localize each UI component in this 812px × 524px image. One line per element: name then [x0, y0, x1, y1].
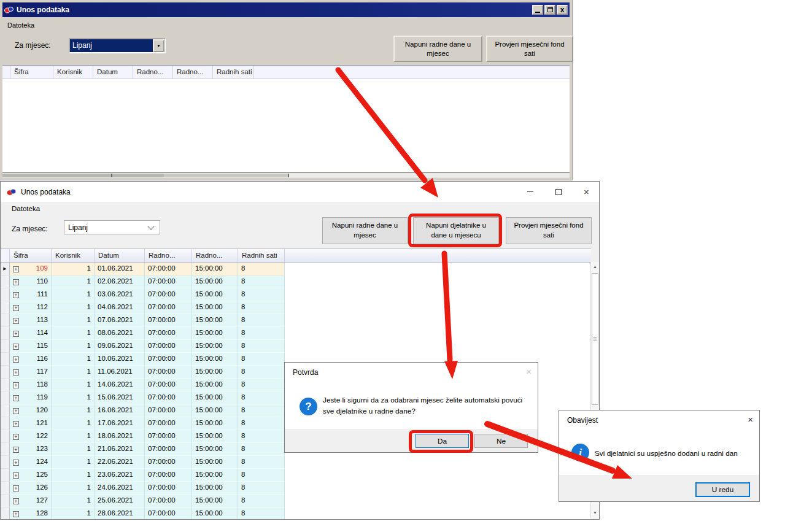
month-combobox-modern[interactable]: Lipanj [64, 220, 160, 234]
cell-korisnik[interactable]: 1 [52, 314, 95, 327]
check-monthly-hours-button[interactable]: Provjeri mjesečni fond sati [506, 217, 592, 244]
scrollbar-down-arrow-icon[interactable]: ▼ [591, 508, 599, 517]
column-header-0[interactable]: Šifra [10, 249, 52, 262]
table-row[interactable]: +113107.06.202107:00:0015:00:008 [1, 314, 591, 327]
column-header-4[interactable]: Radno... [192, 249, 238, 262]
row-selector[interactable] [1, 443, 10, 456]
cell-korisnik[interactable]: 1 [52, 301, 95, 314]
cell-radnih-sati[interactable]: 8 [238, 391, 285, 404]
cell-datum[interactable]: 28.06.2021 [95, 507, 145, 519]
cell-radnih-sati[interactable]: 8 [238, 263, 285, 275]
check-monthly-hours-button-classic[interactable]: Provjeri mjesečni fond sati [486, 36, 573, 62]
cell-datum[interactable]: 03.06.2021 [95, 288, 145, 301]
menu-datoteka[interactable]: Datoteka [1, 203, 46, 214]
cell-radnih-sati[interactable]: 8 [238, 314, 285, 327]
cell-radno-do[interactable]: 15:00:00 [192, 456, 238, 469]
modern-titlebar[interactable]: Unos podataka × [1, 182, 599, 202]
table-row[interactable]: +125123.06.202107:00:0015:00:008 [1, 469, 591, 482]
cell-radnih-sati[interactable]: 8 [238, 353, 285, 366]
cell-korisnik[interactable]: 1 [52, 417, 95, 430]
cell-sifra[interactable]: +115 [10, 340, 52, 353]
row-selector[interactable] [1, 301, 10, 314]
cell-radno-do[interactable]: 15:00:00 [192, 263, 238, 275]
expand-icon[interactable]: + [13, 421, 19, 427]
cell-radno-od[interactable]: 07:00:00 [145, 263, 192, 275]
expand-icon[interactable]: + [13, 395, 19, 401]
table-row[interactable]: +115109.06.202107:00:0015:00:008 [1, 340, 591, 353]
cell-radno-od[interactable]: 07:00:00 [145, 327, 192, 340]
cell-sifra[interactable]: +116 [10, 353, 52, 366]
yes-button[interactable]: Da [416, 434, 469, 448]
cell-datum[interactable]: 17.06.2021 [95, 417, 145, 430]
row-selector[interactable] [1, 507, 10, 519]
classic-minimize-button[interactable] [532, 5, 543, 15]
cell-radno-od[interactable]: 07:00:00 [145, 417, 192, 430]
cell-radno-do[interactable]: 15:00:00 [192, 340, 238, 353]
cell-radno-do[interactable]: 15:00:00 [192, 430, 238, 443]
cell-radno-do[interactable]: 15:00:00 [192, 404, 238, 417]
table-row[interactable]: +112104.06.202107:00:0015:00:008 [1, 301, 591, 314]
cell-korisnik[interactable]: 1 [52, 327, 95, 340]
row-selector[interactable] [1, 456, 10, 469]
cell-radno-do[interactable]: 15:00:00 [192, 353, 238, 366]
cell-sifra[interactable]: +121 [10, 417, 52, 430]
row-selector[interactable]: ▶ [1, 263, 10, 275]
cell-radno-od[interactable]: 07:00:00 [145, 456, 192, 469]
cell-sifra[interactable]: +118 [10, 379, 52, 391]
modern-close-button[interactable]: × [573, 182, 600, 202]
close-icon[interactable]: × [526, 366, 532, 377]
cell-datum[interactable]: 08.06.2021 [95, 327, 145, 340]
cell-radno-do[interactable]: 15:00:00 [192, 495, 238, 507]
column-header-3[interactable]: Radno... [145, 249, 192, 262]
classic-datagrid[interactable]: ŠifraKorisnikDatumRadno...Radno...Radnih… [2, 65, 570, 172]
cell-radnih-sati[interactable]: 8 [238, 430, 285, 443]
table-row[interactable]: +111103.06.202107:00:0015:00:008 [1, 288, 591, 301]
cell-radnih-sati[interactable]: 8 [238, 482, 285, 495]
cell-radnih-sati[interactable]: 8 [238, 443, 285, 456]
cell-radno-od[interactable]: 07:00:00 [145, 430, 192, 443]
cell-radnih-sati[interactable]: 8 [238, 379, 285, 391]
cell-radnih-sati[interactable]: 8 [238, 495, 285, 507]
cell-radno-od[interactable]: 07:00:00 [145, 507, 192, 519]
cell-radno-do[interactable]: 15:00:00 [192, 301, 238, 314]
menu-datoteka[interactable]: Datoteka [2, 20, 39, 30]
cell-datum[interactable]: 02.06.2021 [95, 275, 145, 288]
table-row[interactable]: +114108.06.202107:00:0015:00:008 [1, 327, 591, 340]
cell-radno-do[interactable]: 15:00:00 [192, 366, 238, 379]
cell-sifra[interactable]: +122 [10, 430, 52, 443]
column-header-2[interactable]: Datum [95, 249, 145, 262]
cell-datum[interactable]: 18.06.2021 [95, 430, 145, 443]
cell-datum[interactable]: 09.06.2021 [95, 340, 145, 353]
cell-korisnik[interactable]: 1 [52, 404, 95, 417]
fill-workdays-button-classic[interactable]: Napuni radne dane u mjesec [393, 36, 482, 62]
table-row[interactable]: +127125.06.202107:00:0015:00:008 [1, 495, 591, 507]
table-row[interactable]: +126124.06.202107:00:0015:00:008 [1, 482, 591, 495]
column-header-4[interactable]: Radno... [173, 66, 213, 79]
cell-datum[interactable]: 21.06.2021 [95, 443, 145, 456]
scrollbar-thumb[interactable] [592, 273, 598, 405]
cell-korisnik[interactable]: 1 [52, 353, 95, 366]
cell-sifra[interactable]: +125 [10, 469, 52, 482]
column-header-2[interactable]: Datum [93, 66, 133, 79]
expand-icon[interactable]: + [13, 460, 19, 466]
table-row[interactable]: ▶+109101.06.202107:00:0015:00:008 [1, 263, 591, 275]
modern-maximize-button[interactable] [544, 182, 572, 202]
cell-radno-do[interactable]: 15:00:00 [192, 314, 238, 327]
cell-radnih-sati[interactable]: 8 [238, 507, 285, 519]
expand-icon[interactable]: + [13, 511, 19, 517]
row-selector[interactable] [1, 353, 10, 366]
cell-radno-od[interactable]: 07:00:00 [145, 353, 192, 366]
cell-radno-do[interactable]: 15:00:00 [192, 391, 238, 404]
cell-radno-od[interactable]: 07:00:00 [145, 366, 192, 379]
cell-korisnik[interactable]: 1 [52, 430, 95, 443]
cell-korisnik[interactable]: 1 [52, 288, 95, 301]
cell-radno-do[interactable]: 15:00:00 [192, 482, 238, 495]
cell-radnih-sati[interactable]: 8 [238, 404, 285, 417]
cell-radno-od[interactable]: 07:00:00 [145, 301, 192, 314]
row-selector[interactable] [1, 495, 10, 507]
cell-radnih-sati[interactable]: 8 [238, 301, 285, 314]
cell-radnih-sati[interactable]: 8 [238, 366, 285, 379]
cell-korisnik[interactable]: 1 [52, 275, 95, 288]
ok-button[interactable]: U redu [695, 482, 750, 497]
table-row[interactable]: +110102.06.202107:00:0015:00:008 [1, 275, 591, 288]
